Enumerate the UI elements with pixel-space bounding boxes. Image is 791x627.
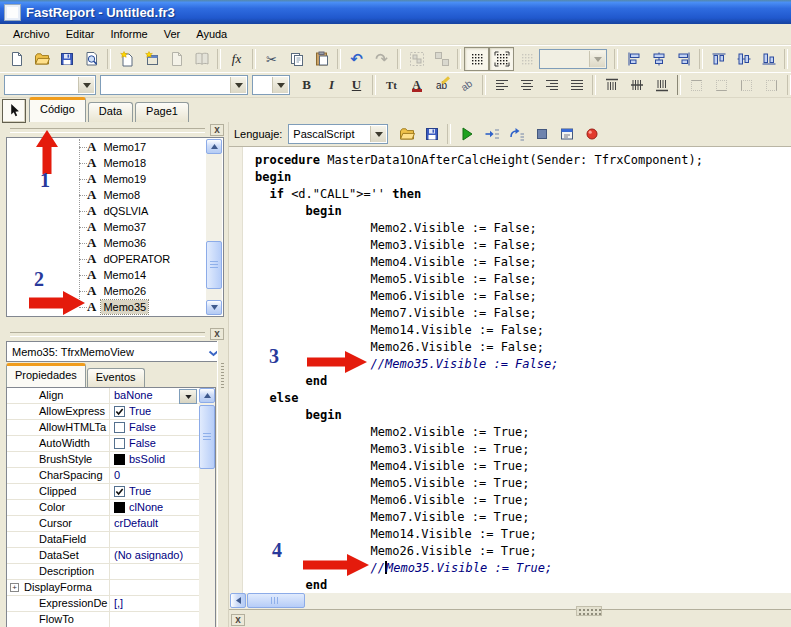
variables-button[interactable]: fx xyxy=(224,47,249,71)
align-h-centers-button[interactable] xyxy=(646,47,671,71)
language-combo[interactable]: PascalScript xyxy=(288,124,388,144)
tree-item-memo14[interactable]: AMemo14 xyxy=(7,267,206,283)
tab-codigo[interactable]: Código xyxy=(29,97,86,122)
preview-button[interactable] xyxy=(79,47,104,71)
undo-button[interactable]: ↶ xyxy=(344,47,369,71)
prop-row-brushstyle[interactable]: BrushStylebsSolid xyxy=(7,452,199,468)
inspector-scrollbar[interactable] xyxy=(199,388,215,627)
prop-row-description[interactable]: Description xyxy=(7,564,199,580)
align-text-center-button[interactable] xyxy=(514,73,539,97)
align-top-edges-button[interactable] xyxy=(706,47,731,71)
tree-item-memo8[interactable]: AMemo8 xyxy=(7,187,206,203)
prop-row-autowidth[interactable]: AutoWidthFalse xyxy=(7,436,199,452)
tree-item-memo26[interactable]: AMemo26 xyxy=(7,283,206,299)
prop-row-allowexpress[interactable]: AllowExpressTrue xyxy=(7,404,199,420)
copy-button[interactable] xyxy=(284,47,309,71)
close-icon[interactable]: x xyxy=(210,124,224,136)
open-script-button[interactable] xyxy=(394,122,419,146)
scroll-left-icon[interactable] xyxy=(230,593,246,608)
checkbox-checked-icon[interactable] xyxy=(114,406,125,417)
text-rotation-button[interactable]: ab xyxy=(454,73,479,97)
tree-item-memo19[interactable]: AMemo19 xyxy=(7,171,206,187)
prop-row-displayforma[interactable]: +DisplayForma xyxy=(7,580,199,596)
menu-editar[interactable]: Editar xyxy=(58,26,103,42)
dock-grip-icon[interactable] xyxy=(576,606,602,616)
menu-archivo[interactable]: Archivo xyxy=(5,26,58,42)
tab-data[interactable]: Data xyxy=(88,102,133,122)
prop-dropdown-button[interactable] xyxy=(179,389,197,404)
checkbox-unchecked-icon[interactable] xyxy=(114,422,125,433)
combo-arrow-icon[interactable] xyxy=(78,77,94,93)
code-editor[interactable]: procedure MasterData1OnAfterCalcHeight(S… xyxy=(229,146,791,593)
align-text-middle-button[interactable] xyxy=(624,73,649,97)
new-report-button[interactable] xyxy=(4,47,29,71)
tree-item-memo35[interactable]: AMemo35 xyxy=(7,299,206,315)
align-right-edges-button[interactable] xyxy=(671,47,696,71)
new-dialog-page-button[interactable] xyxy=(139,47,164,71)
align-to-grid-button[interactable] xyxy=(489,47,514,71)
align-left-edges-button[interactable] xyxy=(621,47,646,71)
menu-ver[interactable]: Ver xyxy=(156,26,189,42)
panel-splitter[interactable] xyxy=(217,341,227,627)
align-text-top-button[interactable] xyxy=(599,73,624,97)
expand-icon[interactable]: + xyxy=(10,583,19,592)
open-report-button[interactable] xyxy=(29,47,54,71)
tree-item-memo17[interactable]: AMemo17 xyxy=(7,139,206,155)
properties-grid[interactable]: AlignbaNoneAllowExpressTrueAllowHTMLTaFa… xyxy=(6,387,216,627)
tree-item-memo36[interactable]: AMemo36 xyxy=(7,235,206,251)
prop-row-expressionde[interactable]: ExpressionDe[,] xyxy=(7,596,199,612)
tree-scrollbar[interactable] xyxy=(206,139,222,315)
drag-grip[interactable] xyxy=(10,332,205,337)
prop-row-clipped[interactable]: ClippedTrue xyxy=(7,484,199,500)
font-color-button[interactable]: A xyxy=(404,73,429,97)
save-script-button[interactable] xyxy=(419,122,444,146)
drag-grip[interactable] xyxy=(10,128,205,133)
prop-row-cursor[interactable]: CursorcrDefault xyxy=(7,516,199,532)
prop-row-dataset[interactable]: DataSet(No asignado) xyxy=(7,548,199,564)
object-selector[interactable]: Memo35: TfrxMemoView xyxy=(6,341,224,362)
bold-button[interactable]: B xyxy=(294,73,319,97)
tree-item-memo18[interactable]: AMemo18 xyxy=(7,155,206,171)
select-tool-button[interactable] xyxy=(2,99,26,123)
prop-row-flowto[interactable]: FlowTo xyxy=(7,612,199,627)
tab-page1[interactable]: Page1 xyxy=(135,102,189,122)
evaluate-button[interactable] xyxy=(554,122,579,146)
checkbox-checked-icon[interactable] xyxy=(114,486,125,497)
inspector-scroll-thumb[interactable] xyxy=(199,405,215,469)
scroll-up-icon[interactable] xyxy=(206,139,222,154)
report-tree[interactable]: AMemo17AMemo18AMemo19AMemo8AdQSLVIAAMemo… xyxy=(6,137,224,317)
cut-button[interactable]: ✂ xyxy=(259,47,284,71)
tree-item-dqslvia[interactable]: AdQSLVIA xyxy=(7,203,206,219)
combo-arrow-icon[interactable] xyxy=(230,77,246,93)
underline-button[interactable]: U xyxy=(344,73,369,97)
italic-button[interactable]: I xyxy=(319,73,344,97)
menu-ayuda[interactable]: Ayuda xyxy=(188,26,235,42)
close-icon[interactable]: x xyxy=(231,614,245,626)
prop-row-charspacing[interactable]: CharSpacing0 xyxy=(7,468,199,484)
tree-item-memo37[interactable]: AMemo37 xyxy=(7,219,206,235)
toggle-breakpoint-button[interactable] xyxy=(579,122,604,146)
scroll-down-icon[interactable] xyxy=(206,300,222,315)
tree-item-doperator[interactable]: AdOPERATOR xyxy=(7,251,206,267)
tab-eventos[interactable]: Eventos xyxy=(87,368,145,387)
font-size-combo[interactable] xyxy=(252,75,290,95)
combo-arrow-icon[interactable] xyxy=(370,126,386,142)
run-script-button[interactable] xyxy=(454,122,479,146)
prop-row-color[interactable]: ColorclNone xyxy=(7,500,199,516)
tree-scroll-thumb[interactable] xyxy=(206,241,222,289)
align-bottom-edges-button[interactable] xyxy=(756,47,781,71)
prop-row-allowhtmlta[interactable]: AllowHTMLTaFalse xyxy=(7,420,199,436)
prop-row-datafield[interactable]: DataField xyxy=(7,532,199,548)
menu-informe[interactable]: Informe xyxy=(102,26,155,42)
align-text-left-button[interactable] xyxy=(489,73,514,97)
font-name-combo[interactable] xyxy=(100,75,248,95)
code-scroll-thumb[interactable] xyxy=(247,593,305,608)
new-report-page-button[interactable] xyxy=(114,47,139,71)
align-text-bottom-button[interactable] xyxy=(649,73,674,97)
prop-row-align[interactable]: AlignbaNone xyxy=(7,388,199,404)
style-combo[interactable] xyxy=(4,75,96,95)
paste-button[interactable] xyxy=(309,47,334,71)
checkbox-unchecked-icon[interactable] xyxy=(114,438,125,449)
show-grid-button[interactable] xyxy=(464,47,489,71)
align-v-centers-button[interactable] xyxy=(731,47,756,71)
